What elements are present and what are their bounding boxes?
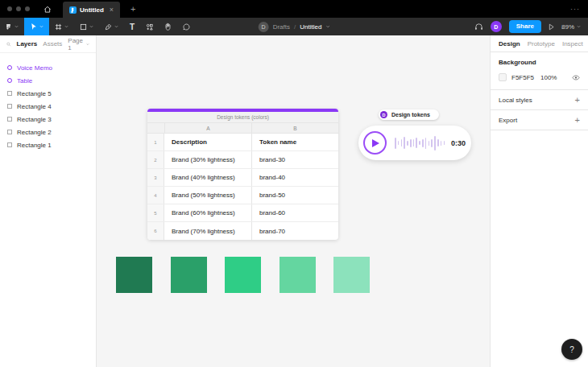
row-number: 3	[147, 169, 164, 186]
add-plus-icon[interactable]: +	[575, 116, 580, 125]
window-zoom-button[interactable]	[25, 6, 30, 11]
table-column-headers: A B	[147, 123, 338, 134]
move-tool-button[interactable]	[24, 18, 49, 35]
play-button[interactable]	[363, 131, 387, 155]
voice-memo-author-label[interactable]: D Design tokens	[379, 109, 439, 120]
row-number: 4	[147, 187, 164, 204]
waveform-bar	[419, 141, 420, 145]
zoom-menu[interactable]: 89%	[561, 23, 581, 31]
color-swatch-rectangle[interactable]	[225, 257, 261, 293]
home-button[interactable]	[39, 0, 56, 18]
main-menu-button[interactable]	[0, 18, 24, 35]
layer-row[interactable]: Rectangle 1	[0, 138, 96, 151]
layer-row[interactable]: Voice Memo	[0, 61, 96, 74]
inspector-tab[interactable]: Inspect	[562, 40, 583, 47]
share-button[interactable]: Share	[509, 20, 541, 33]
frame-tool-button[interactable]	[49, 18, 74, 35]
layer-type-icon	[7, 91, 12, 96]
move-cursor-icon	[30, 23, 37, 31]
cell-token-name: brand-40	[251, 169, 338, 186]
table-row[interactable]: 3 Brand (40% lightness) brand-40	[147, 169, 338, 187]
background-color-swatch[interactable]	[499, 73, 507, 81]
background-opacity-value[interactable]: 100%	[540, 74, 557, 81]
chevron-down-icon	[39, 25, 43, 28]
new-tab-button[interactable]: +	[130, 5, 135, 14]
panel-tab[interactable]: Layers	[17, 40, 38, 47]
color-swatch-rectangle[interactable]	[171, 257, 207, 293]
duration-label: 0:30	[451, 139, 466, 147]
page-selector[interactable]: Page 1	[68, 37, 89, 52]
waveform	[395, 136, 445, 151]
text-tool-button[interactable]: T	[124, 18, 140, 35]
inspector-sections: Local styles + Export +	[491, 90, 588, 130]
document-breadcrumb[interactable]: D Drafts / Untitled	[259, 18, 330, 35]
layer-type-icon	[7, 130, 12, 134]
cell-description: Brand (30% lightness)	[164, 151, 251, 168]
layer-row[interactable]: Rectangle 4	[0, 100, 96, 113]
inspector-tab[interactable]: Design	[499, 40, 520, 47]
chevron-down-icon	[14, 25, 19, 28]
table-row[interactable]: 6 Brand (70% lightness) brand-70	[147, 222, 338, 240]
zoom-level: 89%	[561, 23, 574, 31]
resources-tool-button[interactable]	[140, 18, 159, 35]
pen-tool-button[interactable]	[99, 18, 124, 35]
background-hex-value[interactable]: F5F5F5	[511, 74, 540, 81]
table-widget[interactable]: Design tokens (colors) A B 1 Description…	[147, 109, 338, 240]
inspector-section-row[interactable]: Export +	[491, 110, 588, 130]
layer-row[interactable]: Table	[0, 74, 96, 87]
present-icon[interactable]	[549, 23, 554, 31]
chevron-down-icon	[86, 43, 89, 46]
color-swatch-rectangle[interactable]	[333, 257, 370, 293]
background-section-title: Background	[499, 59, 580, 66]
layers-panel-header: Layers Assets Page 1	[0, 35, 96, 53]
frame-icon	[55, 23, 62, 31]
window-minimize-button[interactable]	[16, 6, 21, 11]
canvas[interactable]: Design tokens (colors) A B 1 Description…	[97, 35, 490, 367]
breadcrumb-root[interactable]: Drafts	[273, 23, 290, 31]
section-label: Local styles	[499, 97, 532, 104]
table-row[interactable]: 1 Description Token name	[147, 134, 338, 151]
window-more-icon[interactable]: ···	[570, 0, 580, 18]
waveform-bar	[429, 141, 430, 146]
window-controls	[0, 6, 39, 11]
color-swatch-rectangle[interactable]	[280, 257, 316, 293]
shape-tool-button[interactable]	[74, 18, 99, 35]
table-title: Design tokens (colors)	[147, 112, 338, 123]
visibility-eye-icon[interactable]	[572, 75, 580, 80]
inspector-tab[interactable]: Prototype	[528, 40, 555, 47]
cell-token-name: brand-50	[251, 187, 338, 204]
layer-row[interactable]: Rectangle 3	[0, 113, 96, 126]
color-swatch-rectangle[interactable]	[116, 257, 152, 293]
user-avatar[interactable]: D	[491, 21, 502, 32]
resources-icon	[146, 23, 153, 31]
row-number: 6	[147, 222, 164, 240]
layer-name: Rectangle 4	[17, 103, 52, 110]
search-icon[interactable]	[6, 41, 11, 47]
panel-tab[interactable]: Assets	[43, 40, 62, 47]
table-corner-cell	[147, 123, 164, 133]
inspector-section-row[interactable]: Local styles +	[491, 90, 588, 110]
table-row[interactable]: 2 Brand (30% lightness) brand-30	[147, 151, 338, 169]
cell-description: Brand (60% lightness)	[164, 204, 251, 221]
window-close-button[interactable]	[7, 6, 12, 11]
table-row[interactable]: 4 Brand (50% lightness) brand-50	[147, 187, 338, 204]
help-button[interactable]: ?	[561, 339, 582, 360]
waveform-bar	[404, 137, 405, 149]
breadcrumb-title[interactable]: Untitled	[300, 23, 321, 31]
hand-tool-button[interactable]	[159, 18, 177, 35]
cell-description: Description	[164, 134, 251, 151]
waveform-bar	[441, 141, 442, 146]
comment-tool-button[interactable]	[177, 18, 196, 35]
voice-memo-widget[interactable]: 0:30	[358, 126, 471, 160]
tab-close-icon[interactable]: ×	[110, 6, 114, 14]
add-plus-icon[interactable]: +	[575, 96, 580, 105]
author-badge: D	[380, 111, 387, 118]
table-rows: 1 Description Token name 2 Brand (30% li…	[147, 134, 338, 240]
figma-logo-icon	[6, 23, 12, 31]
table-row[interactable]: 5 Brand (60% lightness) brand-60	[147, 204, 338, 222]
file-tab[interactable]: Untitled ×	[63, 2, 120, 18]
layer-type-icon	[7, 117, 12, 122]
layer-row[interactable]: Rectangle 5	[0, 87, 96, 100]
layer-row[interactable]: Rectangle 2	[0, 126, 96, 138]
audio-headphones-icon[interactable]	[474, 23, 483, 31]
